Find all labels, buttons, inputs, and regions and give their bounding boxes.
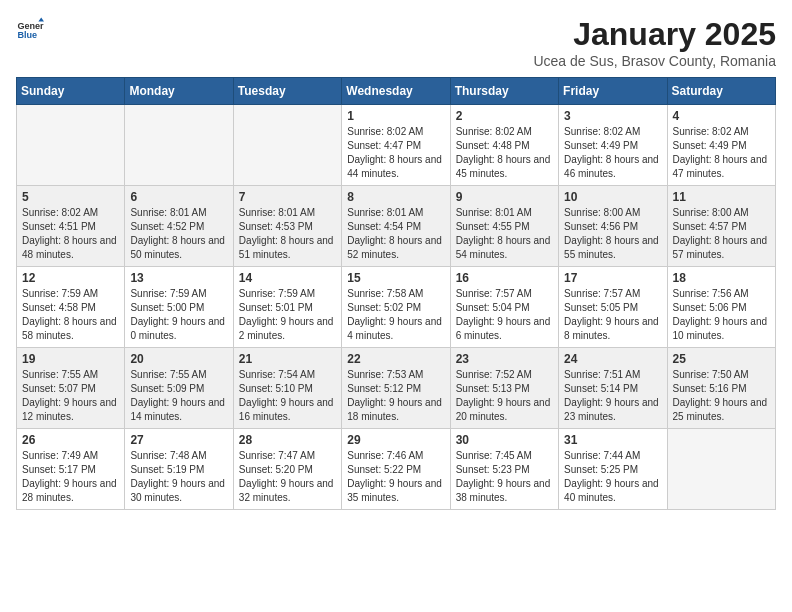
- day-info: Sunrise: 8:01 AM Sunset: 4:54 PM Dayligh…: [347, 206, 444, 262]
- day-number: 7: [239, 190, 336, 204]
- day-info: Sunrise: 7:46 AM Sunset: 5:22 PM Dayligh…: [347, 449, 444, 505]
- day-info: Sunrise: 8:00 AM Sunset: 4:57 PM Dayligh…: [673, 206, 770, 262]
- calendar-day-cell: 26Sunrise: 7:49 AM Sunset: 5:17 PM Dayli…: [17, 429, 125, 510]
- calendar-day-cell: 29Sunrise: 7:46 AM Sunset: 5:22 PM Dayli…: [342, 429, 450, 510]
- calendar-week-row: 1Sunrise: 8:02 AM Sunset: 4:47 PM Daylig…: [17, 105, 776, 186]
- day-info: Sunrise: 7:59 AM Sunset: 5:00 PM Dayligh…: [130, 287, 227, 343]
- calendar-day-cell: 1Sunrise: 8:02 AM Sunset: 4:47 PM Daylig…: [342, 105, 450, 186]
- calendar-day-cell: 11Sunrise: 8:00 AM Sunset: 4:57 PM Dayli…: [667, 186, 775, 267]
- day-info: Sunrise: 7:51 AM Sunset: 5:14 PM Dayligh…: [564, 368, 661, 424]
- day-info: Sunrise: 8:01 AM Sunset: 4:55 PM Dayligh…: [456, 206, 553, 262]
- calendar-day-cell: 6Sunrise: 8:01 AM Sunset: 4:52 PM Daylig…: [125, 186, 233, 267]
- day-info: Sunrise: 7:47 AM Sunset: 5:20 PM Dayligh…: [239, 449, 336, 505]
- day-number: 13: [130, 271, 227, 285]
- calendar-day-cell: [17, 105, 125, 186]
- calendar-week-row: 26Sunrise: 7:49 AM Sunset: 5:17 PM Dayli…: [17, 429, 776, 510]
- day-info: Sunrise: 8:02 AM Sunset: 4:49 PM Dayligh…: [673, 125, 770, 181]
- day-number: 11: [673, 190, 770, 204]
- calendar-day-cell: 3Sunrise: 8:02 AM Sunset: 4:49 PM Daylig…: [559, 105, 667, 186]
- calendar-day-cell: 2Sunrise: 8:02 AM Sunset: 4:48 PM Daylig…: [450, 105, 558, 186]
- calendar-day-cell: 4Sunrise: 8:02 AM Sunset: 4:49 PM Daylig…: [667, 105, 775, 186]
- day-info: Sunrise: 7:59 AM Sunset: 5:01 PM Dayligh…: [239, 287, 336, 343]
- day-number: 21: [239, 352, 336, 366]
- calendar-day-cell: 22Sunrise: 7:53 AM Sunset: 5:12 PM Dayli…: [342, 348, 450, 429]
- day-number: 15: [347, 271, 444, 285]
- day-info: Sunrise: 7:54 AM Sunset: 5:10 PM Dayligh…: [239, 368, 336, 424]
- calendar-day-cell: 18Sunrise: 7:56 AM Sunset: 5:06 PM Dayli…: [667, 267, 775, 348]
- day-number: 9: [456, 190, 553, 204]
- logo: General Blue: [16, 16, 48, 44]
- day-info: Sunrise: 7:57 AM Sunset: 5:04 PM Dayligh…: [456, 287, 553, 343]
- day-info: Sunrise: 8:02 AM Sunset: 4:47 PM Dayligh…: [347, 125, 444, 181]
- weekday-header: Friday: [559, 78, 667, 105]
- day-info: Sunrise: 7:58 AM Sunset: 5:02 PM Dayligh…: [347, 287, 444, 343]
- day-number: 19: [22, 352, 119, 366]
- calendar-day-cell: 5Sunrise: 8:02 AM Sunset: 4:51 PM Daylig…: [17, 186, 125, 267]
- day-info: Sunrise: 7:48 AM Sunset: 5:19 PM Dayligh…: [130, 449, 227, 505]
- day-info: Sunrise: 7:59 AM Sunset: 4:58 PM Dayligh…: [22, 287, 119, 343]
- weekday-header-row: SundayMondayTuesdayWednesdayThursdayFrid…: [17, 78, 776, 105]
- day-info: Sunrise: 8:01 AM Sunset: 4:53 PM Dayligh…: [239, 206, 336, 262]
- calendar-day-cell: 19Sunrise: 7:55 AM Sunset: 5:07 PM Dayli…: [17, 348, 125, 429]
- calendar-day-cell: 21Sunrise: 7:54 AM Sunset: 5:10 PM Dayli…: [233, 348, 341, 429]
- calendar-day-cell: 30Sunrise: 7:45 AM Sunset: 5:23 PM Dayli…: [450, 429, 558, 510]
- day-number: 4: [673, 109, 770, 123]
- day-number: 17: [564, 271, 661, 285]
- calendar-day-cell: [233, 105, 341, 186]
- calendar-table: SundayMondayTuesdayWednesdayThursdayFrid…: [16, 77, 776, 510]
- day-number: 31: [564, 433, 661, 447]
- day-info: Sunrise: 7:57 AM Sunset: 5:05 PM Dayligh…: [564, 287, 661, 343]
- day-number: 28: [239, 433, 336, 447]
- day-number: 27: [130, 433, 227, 447]
- weekday-header: Monday: [125, 78, 233, 105]
- day-info: Sunrise: 8:02 AM Sunset: 4:51 PM Dayligh…: [22, 206, 119, 262]
- day-info: Sunrise: 7:49 AM Sunset: 5:17 PM Dayligh…: [22, 449, 119, 505]
- day-number: 24: [564, 352, 661, 366]
- logo-icon: General Blue: [16, 16, 44, 44]
- day-number: 22: [347, 352, 444, 366]
- calendar-day-cell: 31Sunrise: 7:44 AM Sunset: 5:25 PM Dayli…: [559, 429, 667, 510]
- calendar-day-cell: 25Sunrise: 7:50 AM Sunset: 5:16 PM Dayli…: [667, 348, 775, 429]
- calendar-day-cell: [125, 105, 233, 186]
- day-number: 1: [347, 109, 444, 123]
- page-header: General Blue January 2025 Ucea de Sus, B…: [16, 16, 776, 69]
- calendar-day-cell: 12Sunrise: 7:59 AM Sunset: 4:58 PM Dayli…: [17, 267, 125, 348]
- day-number: 18: [673, 271, 770, 285]
- day-info: Sunrise: 7:50 AM Sunset: 5:16 PM Dayligh…: [673, 368, 770, 424]
- day-info: Sunrise: 7:52 AM Sunset: 5:13 PM Dayligh…: [456, 368, 553, 424]
- weekday-header: Thursday: [450, 78, 558, 105]
- calendar-day-cell: 9Sunrise: 8:01 AM Sunset: 4:55 PM Daylig…: [450, 186, 558, 267]
- day-info: Sunrise: 7:45 AM Sunset: 5:23 PM Dayligh…: [456, 449, 553, 505]
- day-number: 30: [456, 433, 553, 447]
- day-info: Sunrise: 8:02 AM Sunset: 4:49 PM Dayligh…: [564, 125, 661, 181]
- day-number: 2: [456, 109, 553, 123]
- day-number: 20: [130, 352, 227, 366]
- day-info: Sunrise: 8:00 AM Sunset: 4:56 PM Dayligh…: [564, 206, 661, 262]
- svg-text:Blue: Blue: [17, 30, 37, 40]
- calendar-day-cell: 16Sunrise: 7:57 AM Sunset: 5:04 PM Dayli…: [450, 267, 558, 348]
- calendar-day-cell: 20Sunrise: 7:55 AM Sunset: 5:09 PM Dayli…: [125, 348, 233, 429]
- weekday-header: Saturday: [667, 78, 775, 105]
- month-title: January 2025: [533, 16, 776, 53]
- day-number: 12: [22, 271, 119, 285]
- calendar-day-cell: 15Sunrise: 7:58 AM Sunset: 5:02 PM Dayli…: [342, 267, 450, 348]
- day-info: Sunrise: 7:53 AM Sunset: 5:12 PM Dayligh…: [347, 368, 444, 424]
- title-block: January 2025 Ucea de Sus, Brasov County,…: [533, 16, 776, 69]
- svg-text:General: General: [17, 21, 44, 31]
- day-number: 10: [564, 190, 661, 204]
- calendar-week-row: 5Sunrise: 8:02 AM Sunset: 4:51 PM Daylig…: [17, 186, 776, 267]
- day-number: 14: [239, 271, 336, 285]
- day-info: Sunrise: 7:55 AM Sunset: 5:09 PM Dayligh…: [130, 368, 227, 424]
- calendar-day-cell: 23Sunrise: 7:52 AM Sunset: 5:13 PM Dayli…: [450, 348, 558, 429]
- calendar-day-cell: 14Sunrise: 7:59 AM Sunset: 5:01 PM Dayli…: [233, 267, 341, 348]
- calendar-day-cell: 7Sunrise: 8:01 AM Sunset: 4:53 PM Daylig…: [233, 186, 341, 267]
- calendar-day-cell: 28Sunrise: 7:47 AM Sunset: 5:20 PM Dayli…: [233, 429, 341, 510]
- location: Ucea de Sus, Brasov County, Romania: [533, 53, 776, 69]
- day-info: Sunrise: 8:02 AM Sunset: 4:48 PM Dayligh…: [456, 125, 553, 181]
- day-number: 23: [456, 352, 553, 366]
- weekday-header: Sunday: [17, 78, 125, 105]
- calendar-day-cell: 13Sunrise: 7:59 AM Sunset: 5:00 PM Dayli…: [125, 267, 233, 348]
- day-info: Sunrise: 7:56 AM Sunset: 5:06 PM Dayligh…: [673, 287, 770, 343]
- calendar-day-cell: 8Sunrise: 8:01 AM Sunset: 4:54 PM Daylig…: [342, 186, 450, 267]
- calendar-day-cell: 10Sunrise: 8:00 AM Sunset: 4:56 PM Dayli…: [559, 186, 667, 267]
